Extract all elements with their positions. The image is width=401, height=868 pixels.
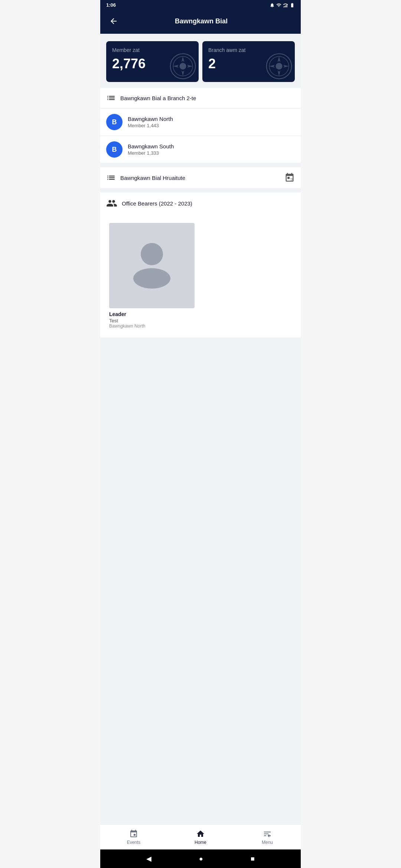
home-label: Home	[195, 840, 206, 845]
notification-icon	[270, 3, 275, 8]
schedule-section-title: Bawngkawn Bial Hruaitute	[120, 175, 280, 181]
status-time: 1:06	[106, 2, 116, 8]
menu-icon	[263, 829, 272, 838]
svg-rect-3	[287, 4, 287, 7]
signal-icon	[283, 3, 288, 8]
office-bearers-header: Office Bearers (2022 - 2023)	[100, 193, 301, 214]
branch-info-south: Bawngkawn South Member 1,333	[128, 143, 174, 156]
member-stat-card: Member zat 2,776 ⚖	[106, 41, 199, 82]
events-icon	[129, 829, 138, 838]
leaders-row: Leader Test Bawngkawn North	[100, 214, 301, 338]
branch-members-south: Member 1,333	[128, 150, 174, 156]
branch-avatar-north: B	[106, 114, 123, 130]
back-icon	[109, 17, 118, 26]
leader-item-0: Leader Test Bawngkawn North	[106, 220, 200, 332]
branch-avatar-south: B	[106, 141, 123, 158]
branches-section-title: Bawngkawn Bial a Branch 2-te	[120, 95, 295, 101]
svg-rect-2	[286, 5, 286, 7]
events-label: Events	[127, 840, 141, 845]
wifi-icon	[276, 3, 281, 8]
branch-members-north: Member 1,443	[128, 123, 173, 128]
branch-stat-card: Branch awm zat 2 ⚖	[202, 41, 295, 82]
header: Bawngkawn Bial	[100, 10, 301, 34]
android-nav: ◀ ● ■	[100, 849, 301, 868]
main-content: Member zat 2,776 ⚖ Branch awm zat 2	[100, 34, 301, 868]
nav-menu[interactable]: Menu	[234, 825, 301, 849]
status-bar: 1:06	[100, 0, 301, 10]
branches-section-header: Bawngkawn Bial a Branch 2-te	[100, 88, 301, 108]
battery-icon	[290, 3, 295, 8]
calendar-refresh-icon[interactable]	[284, 172, 295, 183]
home-icon	[196, 829, 205, 838]
divider-1	[100, 164, 301, 167]
svg-rect-1	[284, 6, 285, 7]
back-button[interactable]	[108, 15, 120, 27]
schedule-list-icon	[106, 173, 116, 183]
leader-name-0: Test	[109, 318, 198, 323]
list-icon	[106, 93, 116, 103]
branch-info-north: Bawngkawn North Member 1,443	[128, 116, 173, 128]
status-icons	[270, 3, 295, 8]
leader-branch-0: Bawngkawn North	[109, 323, 198, 329]
branch-item-south[interactable]: B Bawngkawn South Member 1,333	[100, 136, 301, 163]
stats-row: Member zat 2,776 ⚖ Branch awm zat 2	[100, 34, 301, 88]
nav-home[interactable]: Home	[167, 825, 234, 849]
branch-item-north[interactable]: B Bawngkawn North Member 1,443	[100, 109, 301, 135]
menu-label: Menu	[262, 840, 273, 845]
svg-rect-0	[283, 6, 284, 7]
leader-role-0: Leader	[109, 311, 198, 317]
group-icon	[106, 198, 117, 209]
schedule-section-header[interactable]: Bawngkawn Bial Hruaitute	[100, 167, 301, 188]
leader-body-0	[133, 268, 170, 289]
divider-2	[100, 189, 301, 193]
branch-name-north: Bawngkawn North	[128, 116, 173, 122]
emblem-icon-2: ⚖	[265, 52, 293, 80]
office-bearers-title: Office Bearers (2022 - 2023)	[122, 200, 192, 207]
android-home[interactable]: ●	[196, 852, 206, 866]
leader-head-0	[141, 243, 163, 265]
nav-events[interactable]: Events	[100, 825, 167, 849]
android-recents[interactable]: ■	[248, 852, 258, 866]
bottom-nav: Events Home Menu	[100, 824, 301, 849]
branch-name-south: Bawngkawn South	[128, 143, 174, 149]
leader-photo-0	[109, 223, 195, 308]
android-back[interactable]: ◀	[143, 852, 154, 866]
page-title: Bawngkawn Bial	[120, 17, 283, 25]
emblem-icon-1: ⚖	[169, 52, 197, 80]
